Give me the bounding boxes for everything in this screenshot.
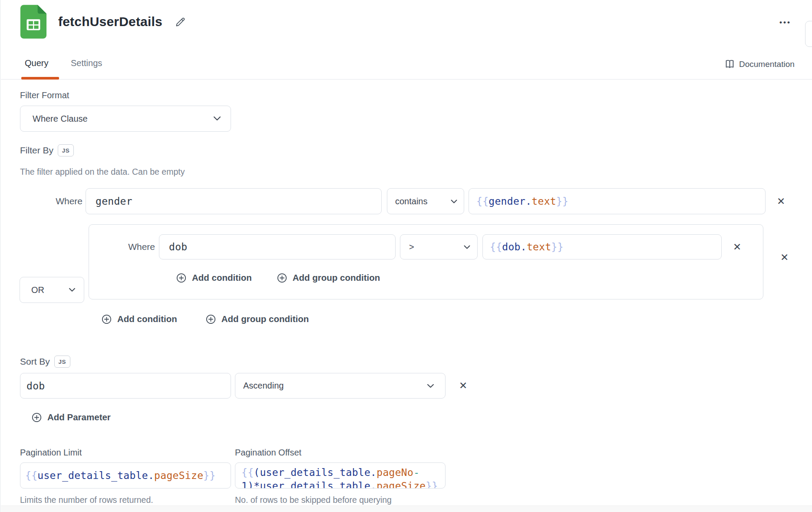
code-token: . [148, 470, 154, 481]
filter-column-input[interactable]: gender [86, 188, 382, 214]
google-sheets-icon [20, 4, 47, 39]
group-add-group-condition-button[interactable]: Add group condition [277, 273, 380, 283]
pagination-offset-helper: No. of rows to be skipped before queryin… [235, 495, 392, 505]
circle-plus-icon [102, 314, 112, 324]
code-token: ( [254, 467, 260, 478]
group-add-condition-label: Add condition [192, 273, 252, 283]
circle-plus-icon [176, 273, 186, 283]
add-parameter-button[interactable]: Add Parameter [32, 412, 111, 422]
sort-row: dob Ascending ✕ [20, 373, 467, 399]
sort-order-value: Ascending [243, 381, 284, 391]
filter-actions: Add condition Add group condition [102, 314, 309, 324]
sort-by-header: Sort By JS [20, 356, 70, 368]
tabs-bar: Query Settings Documentation [1, 52, 812, 80]
pagination-limit-label: Pagination Limit [20, 448, 82, 458]
group-join-operator-select[interactable]: OR [20, 277, 84, 303]
pagination-offset-code-line1: {{(user_details_table.pageNo- [241, 466, 445, 479]
filter-by-header: Filter By JS [20, 144, 74, 156]
add-condition-button[interactable]: Add condition [102, 314, 177, 324]
group-join-operator-value: OR [31, 285, 44, 295]
code-token: {{ [25, 470, 37, 481]
pagination-limit-code: {{user_details_table.pageSize}} [25, 470, 216, 481]
pagination-offset-code-line2: 1)*user_details_table.pageSize}} [241, 479, 445, 489]
code-token: . [370, 467, 376, 478]
more-icon: ••• [779, 18, 791, 27]
group-add-condition-button[interactable]: Add condition [176, 273, 252, 283]
add-group-condition-label: Add group condition [221, 314, 309, 324]
code-token: gender [489, 196, 525, 207]
group-value-input[interactable]: {{dob.text}} [482, 234, 722, 259]
js-toggle-badge[interactable]: JS [54, 356, 70, 368]
group-column-input[interactable]: dob [159, 234, 396, 259]
sort-by-label: Sort By [20, 356, 50, 367]
filter-format-select[interactable]: Where Clause [20, 106, 231, 132]
code-token: }} [426, 480, 438, 489]
pagination-limit-helper: Limits the number of rows returned. [20, 495, 153, 505]
filter-condition-row: Where gender contains {{gender.text}} ✕ [20, 188, 785, 214]
documentation-link[interactable]: Documentation [722, 58, 797, 70]
code-token: user_details_table [37, 470, 148, 481]
edit-name-button[interactable] [175, 16, 186, 28]
code-token: }} [551, 241, 564, 253]
filter-operator-value: contains [395, 196, 428, 206]
add-parameter-label: Add Parameter [47, 412, 111, 422]
right-edge-cutoff-button[interactable] [805, 21, 812, 47]
code-token: - [413, 467, 419, 478]
more-menu-button[interactable]: ••• [779, 18, 791, 27]
pagination-offset-label: Pagination Offset [235, 448, 301, 458]
chevron-down-icon [464, 243, 470, 251]
tab-query[interactable]: Query [25, 58, 48, 68]
code-token: 1)* [241, 480, 260, 489]
code-token: . [370, 480, 376, 489]
code-token: }} [556, 196, 568, 207]
code-token: pageNo [376, 467, 413, 478]
group-operator-value: > [409, 242, 414, 252]
filter-operator-select[interactable]: contains [387, 188, 464, 214]
pagination-limit-input[interactable]: {{user_details_table.pageSize}} [20, 462, 231, 489]
circle-plus-icon [277, 273, 287, 283]
pencil-icon [175, 16, 186, 28]
code-token: {{ [476, 196, 489, 207]
code-token: user_details_table [260, 480, 370, 489]
bottom-panel-edge [1, 505, 812, 512]
group-condition-row: Where dob > {{dob.text}} ✕ [89, 234, 741, 259]
filter-value-input[interactable]: {{gender.text}} [469, 188, 766, 214]
sort-column-input[interactable]: dob [20, 373, 231, 399]
tab-settings[interactable]: Settings [71, 58, 102, 68]
code-token: . [521, 241, 527, 253]
js-toggle-badge[interactable]: JS [58, 144, 74, 156]
documentation-book-icon [724, 59, 735, 70]
documentation-label: Documentation [739, 60, 795, 69]
code-token: {{ [241, 467, 254, 478]
code-token: user_details_table [260, 467, 370, 478]
delete-group-button[interactable]: ✕ [780, 253, 789, 263]
code-token: . [525, 196, 531, 207]
page-title: fetchUserDetails [58, 14, 162, 29]
where-label: Where [20, 196, 86, 206]
circle-plus-icon [206, 314, 216, 324]
code-token: pageSize [154, 470, 203, 481]
chevron-down-icon [213, 115, 221, 123]
chevron-down-icon [451, 197, 457, 205]
code-token: text [531, 196, 556, 207]
pagination-offset-input[interactable]: {{(user_details_table.pageNo- 1)*user_de… [235, 462, 446, 489]
query-editor-panel: fetchUserDetails ••• Query Settings Do [0, 0, 812, 512]
add-group-condition-button[interactable]: Add group condition [206, 314, 309, 324]
active-tab-underline [21, 77, 59, 80]
code-token: {{ [490, 241, 502, 253]
code-token: }} [203, 470, 215, 481]
circle-plus-icon [32, 412, 42, 422]
delete-sort-button[interactable]: ✕ [459, 381, 467, 391]
filter-by-label: Filter By [20, 145, 53, 156]
code-token: text [527, 241, 551, 253]
condition-group-box: Where dob > {{dob.text}} ✕ Add condition [89, 224, 763, 299]
delete-group-condition-button[interactable]: ✕ [733, 242, 741, 252]
group-actions: Add condition Add group condition [176, 273, 380, 283]
sort-order-select[interactable]: Ascending [235, 373, 446, 399]
add-condition-label: Add condition [117, 314, 177, 324]
delete-condition-button[interactable]: ✕ [777, 196, 785, 206]
chevron-down-icon [69, 286, 76, 294]
group-operator-select[interactable]: > [400, 234, 478, 259]
code-token: pageSize [376, 480, 426, 489]
header: fetchUserDetails [20, 4, 186, 39]
